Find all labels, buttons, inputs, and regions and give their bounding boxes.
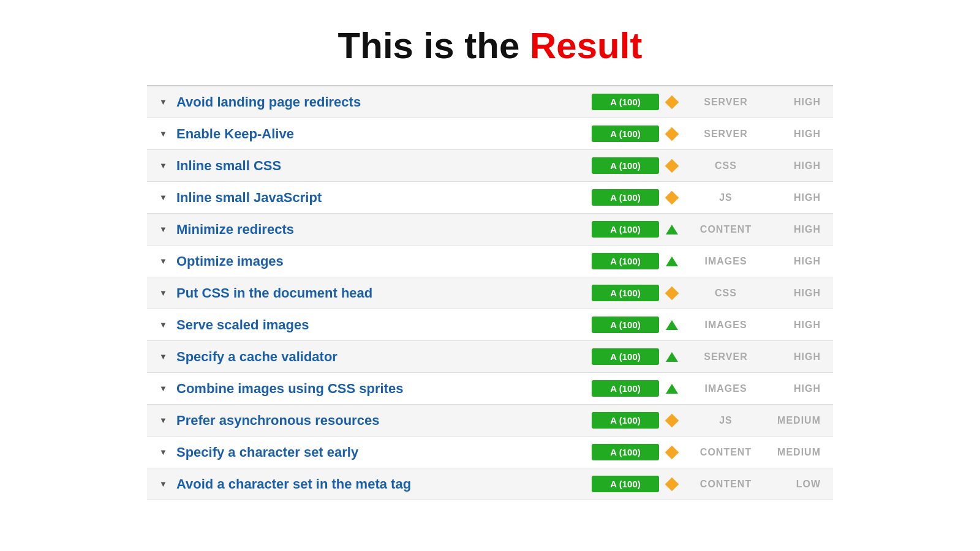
chevron-down-icon: ▼ — [159, 416, 170, 425]
table-row[interactable]: ▼Inline small CSSA (100)CSSHIGH — [147, 150, 833, 182]
table-row[interactable]: ▼Combine images using CSS spritesA (100)… — [147, 373, 833, 405]
chevron-down-icon: ▼ — [159, 129, 170, 138]
chevron-down-icon: ▼ — [159, 257, 170, 266]
diamond-icon — [664, 158, 680, 174]
table-row[interactable]: ▼Optimize imagesA (100)IMAGESHIGH — [147, 246, 833, 277]
score-badge: A (100) — [592, 285, 659, 301]
diamond-icon — [664, 476, 680, 492]
category-label: JS — [692, 192, 760, 203]
row-title: Put CSS in the document head — [176, 285, 592, 301]
row-title: Minimize redirects — [176, 222, 592, 238]
priority-label: HIGH — [760, 224, 821, 235]
diamond-icon — [664, 126, 680, 142]
chevron-down-icon: ▼ — [159, 288, 170, 298]
table-row[interactable]: ▼Prefer asynchronous resourcesA (100)JSM… — [147, 405, 833, 437]
priority-label: HIGH — [760, 351, 821, 362]
category-label: IMAGES — [692, 383, 760, 394]
row-title: Serve scaled images — [176, 317, 592, 333]
category-label: IMAGES — [692, 320, 760, 331]
arrow-up-icon — [664, 253, 680, 269]
table-row[interactable]: ▼Minimize redirectsA (100)CONTENTHIGH — [147, 214, 833, 246]
table-row[interactable]: ▼Avoid a character set in the meta tagA … — [147, 468, 833, 500]
table-row[interactable]: ▼Put CSS in the document headA (100)CSSH… — [147, 277, 833, 309]
category-label: SERVER — [692, 351, 760, 362]
category-label: CSS — [692, 160, 760, 171]
priority-label: HIGH — [760, 97, 821, 108]
category-label: SERVER — [692, 129, 760, 140]
row-title: Optimize images — [176, 253, 592, 269]
score-badge: A (100) — [592, 317, 659, 333]
priority-label: HIGH — [760, 160, 821, 171]
score-badge: A (100) — [592, 380, 659, 397]
chevron-down-icon: ▼ — [159, 161, 170, 170]
chevron-down-icon: ▼ — [159, 479, 170, 489]
priority-label: HIGH — [760, 256, 821, 267]
arrow-up-icon — [664, 222, 680, 238]
score-badge: A (100) — [592, 221, 659, 238]
category-label: CONTENT — [692, 224, 760, 235]
row-title: Prefer asynchronous resources — [176, 413, 592, 429]
row-title: Specify a character set early — [176, 444, 592, 460]
diamond-icon — [664, 94, 680, 110]
priority-label: HIGH — [760, 192, 821, 203]
priority-label: HIGH — [760, 129, 821, 140]
chevron-down-icon: ▼ — [159, 193, 170, 202]
category-label: SERVER — [692, 97, 760, 108]
row-title: Specify a cache validator — [176, 349, 592, 365]
row-title: Combine images using CSS sprites — [176, 381, 592, 397]
row-title: Avoid landing page redirects — [176, 94, 592, 110]
diamond-icon — [664, 444, 680, 460]
category-label: CONTENT — [692, 479, 760, 490]
arrow-up-icon — [664, 381, 680, 397]
diamond-icon — [664, 413, 680, 429]
title-part1: This is the — [338, 25, 530, 66]
priority-label: MEDIUM — [760, 415, 821, 426]
score-badge: A (100) — [592, 348, 659, 365]
score-badge: A (100) — [592, 253, 659, 269]
category-label: IMAGES — [692, 256, 760, 267]
priority-label: HIGH — [760, 320, 821, 331]
row-title: Avoid a character set in the meta tag — [176, 476, 592, 492]
row-title: Inline small JavaScript — [176, 190, 592, 206]
arrow-up-icon — [664, 349, 680, 365]
category-label: JS — [692, 415, 760, 426]
priority-label: HIGH — [760, 383, 821, 394]
table-row[interactable]: ▼Inline small JavaScriptA (100)JSHIGH — [147, 182, 833, 214]
priority-label: LOW — [760, 479, 821, 490]
table-row[interactable]: ▼Avoid landing page redirectsA (100)SERV… — [147, 86, 833, 118]
priority-label: HIGH — [760, 288, 821, 299]
score-badge: A (100) — [592, 126, 659, 142]
row-title: Enable Keep-Alive — [176, 126, 592, 142]
title-part2: Result — [530, 25, 642, 66]
score-badge: A (100) — [592, 189, 659, 206]
chevron-down-icon: ▼ — [159, 448, 170, 457]
score-badge: A (100) — [592, 444, 659, 460]
table-row[interactable]: ▼Serve scaled imagesA (100)IMAGESHIGH — [147, 309, 833, 341]
table-row[interactable]: ▼Enable Keep-AliveA (100)SERVERHIGH — [147, 118, 833, 150]
arrow-up-icon — [664, 317, 680, 333]
chevron-down-icon: ▼ — [159, 97, 170, 107]
score-badge: A (100) — [592, 157, 659, 174]
score-badge: A (100) — [592, 412, 659, 429]
results-table: ▼Avoid landing page redirectsA (100)SERV… — [147, 85, 833, 500]
table-row[interactable]: ▼Specify a character set earlyA (100)CON… — [147, 437, 833, 468]
score-badge: A (100) — [592, 94, 659, 110]
page-title: This is the Result — [0, 0, 980, 85]
priority-label: MEDIUM — [760, 447, 821, 458]
category-label: CONTENT — [692, 447, 760, 458]
row-title: Inline small CSS — [176, 158, 592, 174]
category-label: CSS — [692, 288, 760, 299]
diamond-icon — [664, 285, 680, 301]
chevron-down-icon: ▼ — [159, 225, 170, 234]
chevron-down-icon: ▼ — [159, 320, 170, 329]
table-row[interactable]: ▼Specify a cache validatorA (100)SERVERH… — [147, 341, 833, 373]
chevron-down-icon: ▼ — [159, 384, 170, 393]
score-badge: A (100) — [592, 476, 659, 492]
chevron-down-icon: ▼ — [159, 352, 170, 361]
diamond-icon — [664, 190, 680, 206]
